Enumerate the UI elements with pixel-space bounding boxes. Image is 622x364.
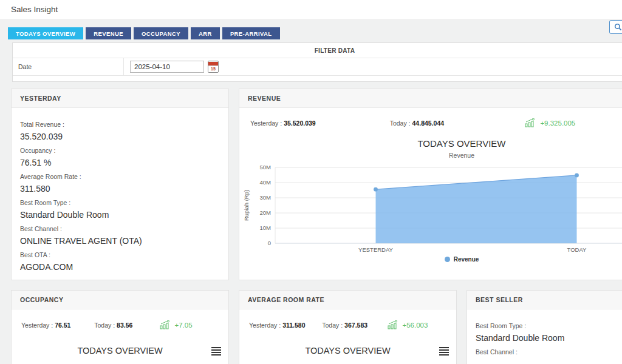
field-label: Best OTA : [20, 251, 220, 258]
arr-stats-row: Yesterday :311.580 Today :367.583 +56.00… [239, 309, 456, 329]
legend-label: Revenue [454, 256, 479, 263]
chart-subtitle: Revenue [239, 152, 622, 159]
date-input-cell: 15 [124, 61, 219, 73]
card-revenue-title: REVENUE [239, 89, 622, 108]
card-average-room-rate: AVERAGE ROOM RATE Yesterday :311.580 Tod… [239, 290, 457, 364]
tab-arr[interactable]: ARR [191, 27, 220, 39]
field-value: 311.580 [20, 184, 220, 194]
data-point-marker[interactable] [374, 187, 378, 192]
y-tick-label: 0 [268, 240, 271, 246]
legend-dot [445, 257, 450, 262]
stat-yesterday: Yesterday :311.580 [249, 322, 322, 329]
chart-menu-button[interactable] [211, 347, 221, 357]
tab-bar: TODAYS OVERVIEW REVENUE OCCUPANCY ARR PR… [8, 27, 280, 39]
search-button[interactable] [609, 20, 622, 34]
yesterday-fields: Total Revenue : 35.520.039 Occupancy : 7… [12, 108, 228, 272]
revenue-stats-row: Yesterday :35.520.039 Today :44.845.044 … [239, 108, 622, 127]
stat-today: Today :83.56 [94, 322, 159, 329]
top-bar: Sales Insight [0, 0, 622, 20]
stat-today: Today :367.583 [322, 322, 387, 329]
date-input[interactable] [130, 61, 204, 73]
page-title: Sales Insight [11, 5, 58, 14]
card-occupancy-title: OCCUPANCY [12, 291, 228, 309]
field-value: 35.520.039 [20, 132, 220, 141]
field-label: Best Room Type : [20, 199, 220, 206]
filter-panel-title: FILTER DATA [13, 43, 622, 58]
legend-item-revenue[interactable]: Revenue [239, 256, 622, 263]
field-label: Best Channel : [20, 225, 220, 232]
tab-revenue[interactable]: REVENUE [86, 27, 131, 39]
date-label: Date [13, 58, 124, 75]
y-tick-label: 50M [260, 164, 272, 170]
area-fill [376, 175, 577, 243]
field-label: Best Channel : [476, 348, 622, 356]
delta-value: +56.003 [403, 322, 428, 329]
x-axis-label: YESTERDAY [358, 246, 394, 253]
filter-panel: FILTER DATA Date 15 [12, 42, 622, 82]
best-seller-fields: Best Room Type : Standard Double Room Be… [467, 309, 622, 356]
card-yesterday-title: YESTERDAY [12, 89, 228, 108]
field-label: Total Revenue : [20, 121, 220, 128]
stat-yesterday: Yesterday :76.51 [21, 322, 94, 329]
field-value: Standard Double Room [476, 333, 622, 343]
card-best-seller: BEST SELLER Best Room Type : Standard Do… [466, 290, 622, 364]
calendar-button[interactable]: 15 [208, 61, 219, 73]
y-tick-label: 30M [260, 194, 272, 201]
card-yesterday: YESTERDAY Total Revenue : 35.520.039 Occ… [11, 89, 229, 280]
calendar-icon: 15 [208, 62, 218, 72]
filter-date-row: Date 15 [13, 58, 622, 76]
card-revenue: REVENUE Yesterday :35.520.039 Today :44.… [239, 89, 622, 280]
field-label: Best Room Type : [476, 322, 622, 329]
data-point-marker[interactable] [575, 173, 579, 177]
chart-title: TODAYS OVERVIEW [239, 138, 622, 149]
stat-delta: +56.003 [388, 320, 447, 329]
x-axis-label: TODAY [567, 246, 587, 253]
tab-occupancy[interactable]: OCCUPANCY [134, 27, 188, 39]
field-value: ONLINE TRAVEL AGENT (OTA) [20, 236, 220, 246]
mini-chart-title: TODAYS OVERVIEW [305, 346, 390, 356]
y-tick-label: 20M [260, 209, 272, 216]
y-axis-title: Rupiah (Rp) [243, 190, 250, 221]
mini-chart-title: TODAYS OVERVIEW [77, 346, 162, 356]
tab-pre-arrival[interactable]: PRE-ARRIVAL [222, 27, 280, 39]
y-tick-label: 40M [260, 179, 272, 186]
occupancy-chart-header: TODAYS OVERVIEW [12, 345, 228, 356]
chart-menu-button[interactable] [439, 347, 449, 357]
arr-chart-header: TODAYS OVERVIEW [239, 345, 456, 356]
tab-todays-overview[interactable]: TODAYS OVERVIEW [8, 27, 83, 39]
trend-up-icon [525, 118, 536, 127]
occupancy-stats-row: Yesterday :76.51 Today :83.56 +7.05 [12, 309, 228, 329]
card-occupancy: OCCUPANCY Yesterday :76.51 Today :83.56 … [11, 290, 229, 364]
search-icon [614, 23, 622, 31]
card-arr-title: AVERAGE ROOM RATE [239, 291, 456, 309]
stat-delta: +7.05 [160, 320, 219, 329]
field-value: AGODA.COM [20, 262, 220, 272]
field-label: Occupancy : [20, 147, 220, 154]
trend-up-icon [388, 320, 398, 329]
hamburger-icon [211, 347, 221, 348]
delta-value: +9.325.005 [540, 120, 575, 127]
card-best-seller-title: BEST SELLER [467, 291, 622, 309]
delta-value: +7.05 [175, 322, 193, 329]
stat-yesterday: Yesterday :35.520.039 [250, 120, 390, 127]
hamburger-icon [439, 347, 449, 348]
y-tick-label: 10M [260, 224, 272, 231]
stat-today: Today :44.845.044 [390, 120, 525, 127]
trend-up-icon [160, 320, 171, 329]
field-value: 76.51 % [20, 158, 220, 167]
revenue-area-chart[interactable]: 010M20M30M40M50MYESTERDAYTODAYRupiah (Rp… [240, 163, 622, 255]
field-value: Standard Double Room [20, 210, 220, 220]
field-label: Average Room Rate : [20, 173, 220, 180]
stat-delta: +9.325.005 [525, 118, 622, 127]
